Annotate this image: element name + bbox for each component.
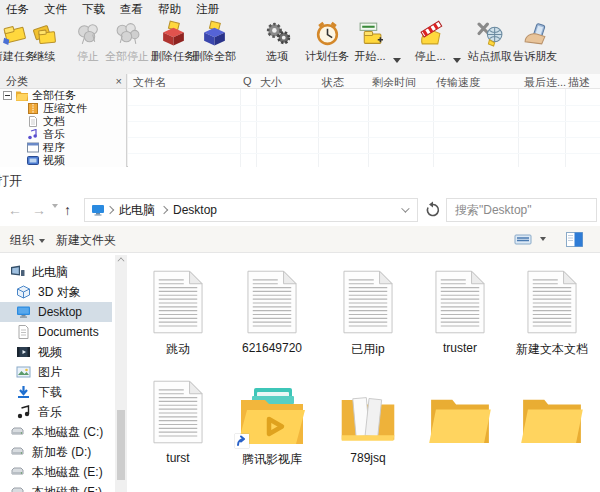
- sidebar-item-pictures[interactable]: 图片: [0, 362, 112, 382]
- recent-locations-arrow-icon: [52, 204, 58, 208]
- task-list-header: 文件名 Q 大小 状态 剩余时间 传输速度 最后连... 描述: [128, 74, 600, 89]
- start-button[interactable]: 开始...: [338, 20, 402, 72]
- category-panel: 分类 × 全部任务 压缩文件 文档: [0, 74, 127, 167]
- start-dropdown-arrow-icon[interactable]: [393, 58, 401, 63]
- music-icon: [16, 405, 31, 419]
- column-status[interactable]: 状态: [322, 75, 344, 90]
- up-arrow-icon[interactable]: ↑: [64, 201, 71, 219]
- file-item[interactable]: 789jsq: [323, 372, 413, 465]
- open-dialog-title: 打开: [0, 172, 22, 190]
- file-item[interactable]: 621649720: [227, 262, 317, 355]
- toolbar: 新建任务 继续 停止 全部停止 删除任务 删除全部: [0, 18, 600, 73]
- close-panel-icon[interactable]: ×: [116, 74, 122, 89]
- sidebar-scrollbar[interactable]: [115, 255, 127, 492]
- download-arrow-icon: [16, 385, 31, 399]
- address-dropdown-icon[interactable]: [401, 204, 409, 212]
- explorer-nav-bar: ← → ↑ 此电脑 Desktop 搜索"Desktop": [0, 197, 600, 224]
- view-mode-dropdown-icon[interactable]: [540, 237, 546, 241]
- this-pc-icon: [91, 204, 105, 216]
- drive-icon: [10, 425, 25, 439]
- breadcrumb-this-pc[interactable]: 此电脑: [115, 202, 159, 219]
- sidebar-item-music[interactable]: 音乐: [0, 402, 112, 422]
- delete-all-button[interactable]: 删除全部: [182, 20, 246, 72]
- sidebar-item-disk-c[interactable]: 本地磁盘 (C:): [0, 422, 112, 442]
- column-last-conn[interactable]: 最后连...: [524, 75, 566, 90]
- address-bar[interactable]: 此电脑 Desktop: [84, 198, 418, 222]
- schedule-icon: [314, 20, 341, 47]
- scrollbar-thumb[interactable]: [117, 410, 125, 480]
- cube-icon: [16, 285, 31, 299]
- folder-with-papers-icon: [339, 392, 397, 446]
- text-file-icon: [435, 270, 485, 334]
- menu-download[interactable]: 下载: [79, 1, 108, 18]
- file-item[interactable]: turst: [133, 372, 223, 465]
- stop-all-icon: [114, 20, 141, 47]
- file-item[interactable]: [133, 478, 223, 492]
- column-description[interactable]: 描述: [568, 75, 590, 90]
- breadcrumb-desktop[interactable]: Desktop: [169, 203, 221, 217]
- videos-icon: [16, 345, 31, 359]
- tell-friend-icon: [522, 20, 549, 47]
- category-panel-header: 分类 ×: [0, 74, 126, 89]
- menu-view[interactable]: 查看: [117, 1, 146, 18]
- file-item[interactable]: 新建文本文档: [507, 262, 597, 358]
- text-file-icon: [153, 270, 203, 334]
- file-item[interactable]: 跳动: [133, 262, 223, 358]
- file-item[interactable]: 腾讯影视库: [227, 372, 317, 468]
- collapse-icon[interactable]: [3, 91, 12, 100]
- refresh-icon[interactable]: [424, 201, 442, 219]
- documents-icon: [16, 325, 31, 339]
- video-icon: [27, 155, 39, 166]
- organize-button[interactable]: 组织: [10, 232, 45, 249]
- menu-task[interactable]: 任务: [3, 1, 32, 18]
- file-item[interactable]: [227, 478, 317, 492]
- column-size[interactable]: 大小: [260, 75, 282, 90]
- stop-hand-icon: [417, 20, 444, 47]
- options-icon: [264, 20, 291, 47]
- file-item[interactable]: 已用ip: [323, 262, 413, 358]
- stop-dropdown-button[interactable]: 停止...: [398, 20, 462, 72]
- menu-help[interactable]: 帮助: [155, 1, 184, 18]
- column-q[interactable]: Q: [243, 75, 252, 87]
- download-manager-window: 任务 文件 下载 查看 帮助 注册 新建任务 继续 停止 全部停止: [0, 0, 600, 167]
- breadcrumb-chevron-icon: [160, 206, 168, 214]
- screen: 任务 文件 下载 查看 帮助 注册 新建任务 继续 停止 全部停止: [0, 0, 600, 492]
- sidebar-item-documents[interactable]: Documents: [0, 322, 112, 342]
- preview-pane-icon[interactable]: [566, 232, 583, 247]
- task-list: 文件名 Q 大小 状态 剩余时间 传输速度 最后连... 描述: [128, 74, 600, 167]
- computer-icon: [10, 265, 25, 279]
- column-time-left[interactable]: 剩余时间: [372, 75, 416, 90]
- file-item[interactable]: truster: [415, 262, 505, 355]
- desktop-icon: [16, 305, 31, 319]
- sidebar-item-disk-f[interactable]: 本地磁盘 (F:): [0, 482, 112, 492]
- stop-dropdown-arrow-icon[interactable]: [453, 58, 461, 63]
- scrollbar-up-arrow-icon[interactable]: [118, 258, 125, 265]
- menu-register[interactable]: 注册: [193, 1, 222, 18]
- explorer-command-bar: 组织 新建文件夹: [0, 226, 600, 253]
- column-filename[interactable]: 文件名: [133, 75, 166, 90]
- folder-open-icon: [16, 90, 28, 101]
- menu-file[interactable]: 文件: [41, 1, 70, 18]
- new-folder-button[interactable]: 新建文件夹: [56, 232, 116, 249]
- text-file-icon: [153, 380, 203, 444]
- sidebar-item-videos[interactable]: 视频: [0, 342, 112, 362]
- site-explorer-icon: [477, 20, 504, 47]
- file-item[interactable]: [507, 372, 597, 451]
- sidebar-item-3d-objects[interactable]: 3D 对象: [0, 282, 112, 302]
- sidebar-item-desktop[interactable]: Desktop: [0, 302, 112, 322]
- file-item[interactable]: [415, 372, 505, 451]
- folder-icon: [521, 394, 583, 446]
- search-input[interactable]: 搜索"Desktop": [446, 198, 597, 222]
- sidebar-item-downloads[interactable]: 下载: [0, 382, 112, 402]
- view-mode-icon[interactable]: [514, 232, 532, 247]
- column-speed[interactable]: 传输速度: [436, 75, 480, 90]
- sidebar-item-disk-e[interactable]: 本地磁盘 (E:): [0, 462, 112, 482]
- sidebar-item-this-pc[interactable]: 此电脑: [0, 262, 112, 282]
- start-icon: [357, 20, 384, 47]
- zip-file-icon: [27, 103, 39, 114]
- menubar: 任务 文件 下载 查看 帮助 注册: [0, 0, 600, 18]
- drive-icon: [10, 445, 25, 459]
- document-icon: [27, 116, 39, 127]
- sidebar-item-disk-d[interactable]: 新加卷 (D:): [0, 442, 112, 462]
- tell-friend-button[interactable]: 告诉朋友: [503, 20, 567, 72]
